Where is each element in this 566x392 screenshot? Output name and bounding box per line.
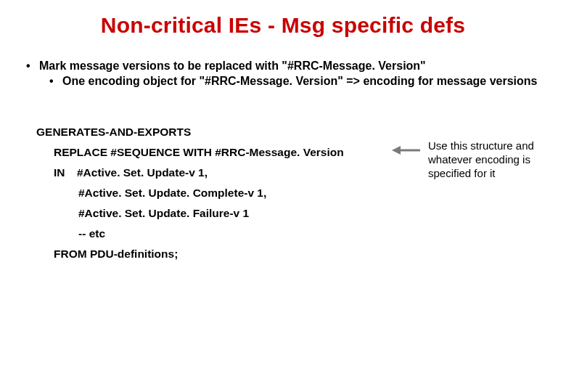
code-line: FROM PDU-definitions; — [36, 244, 344, 264]
bullet-level-2: •One encoding object for "#RRC-Message. … — [62, 74, 544, 89]
bullet-dot-icon: • — [49, 74, 54, 89]
svg-marker-1 — [392, 146, 401, 155]
code-line: #Active. Set. Update. Complete-v 1, — [36, 183, 344, 203]
bullet-1-text: Mark message versions to be replaced wit… — [39, 60, 426, 72]
code-line: IN#Active. Set. Update-v 1, — [36, 163, 344, 183]
bullet-2-text: One encoding object for "#RRC-Message. V… — [62, 75, 537, 87]
code-line: -- etc — [36, 224, 344, 244]
bullet-level-1: •Mark message versions to be replaced wi… — [26, 60, 544, 73]
annotation-text: Use this structure and whatever encoding… — [428, 139, 551, 180]
code-line: GENERATES-AND-EXPORTS — [36, 122, 344, 142]
bullet-dot-icon: • — [26, 60, 39, 73]
arrow-left-icon — [392, 145, 421, 155]
slide-title: Non-critical IEs - Msg specific defs — [0, 13, 566, 38]
code-line: REPLACE #SEQUENCE WITH #RRC-Message. Ver… — [36, 142, 344, 163]
code-block: GENERATES-AND-EXPORTS REPLACE #SEQUENCE … — [36, 122, 344, 264]
code-in-label: IN — [54, 163, 77, 183]
code-line-text: #Active. Set. Update-v 1, — [77, 166, 208, 179]
slide-page: Non-critical IEs - Msg specific defs •Ma… — [0, 0, 566, 392]
code-line: #Active. Set. Update. Failure-v 1 — [36, 203, 344, 224]
